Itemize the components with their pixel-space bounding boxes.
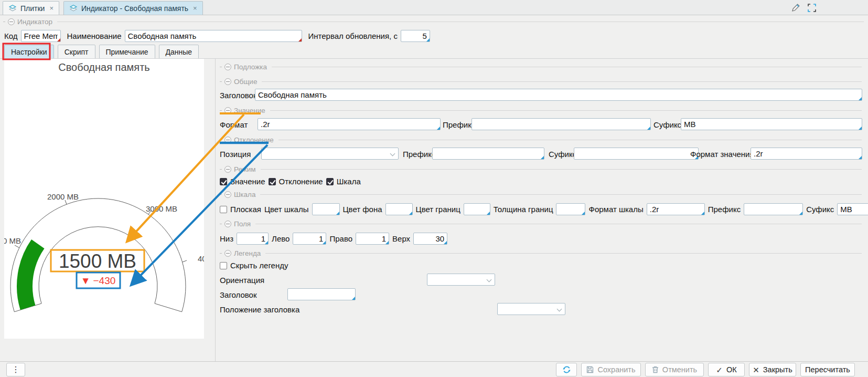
scale-prefix-input[interactable]	[744, 204, 802, 215]
collapse-icon[interactable]	[224, 64, 231, 70]
value-suffix-label: Суфикс	[653, 120, 681, 129]
scale-border-input[interactable]	[464, 204, 490, 215]
scale-color-input[interactable]	[313, 204, 339, 215]
scale-flat-checkbox[interactable]	[220, 206, 227, 213]
cancel-label: Отменить	[662, 365, 697, 374]
more-menu-button[interactable]: ⋮	[6, 363, 25, 376]
margin-left-input[interactable]	[293, 233, 326, 244]
scale-suffix-label: Суфикс	[806, 205, 834, 214]
recalculate-label: Пересчитать	[805, 365, 850, 374]
recalculate-button[interactable]: Пересчитать	[800, 363, 855, 376]
footer-bar: ⋮ Сохранить	[0, 361, 868, 377]
collapse-icon[interactable]	[224, 250, 231, 257]
scale-color-label: Цвет шкалы	[264, 205, 309, 214]
margin-top-input[interactable]	[414, 233, 447, 244]
deviation-value: −430	[93, 275, 116, 286]
mdi-tab-tiles[interactable]: Плитки ×	[3, 1, 59, 15]
scale-row: Плоская Цвет шкалы Цвет фона Цвет границ…	[220, 203, 868, 215]
refresh-icon	[562, 365, 571, 374]
close-icon[interactable]: ×	[193, 4, 197, 12]
collapse-icon[interactable]	[224, 191, 231, 198]
value-format-input[interactable]	[258, 119, 440, 130]
scale-border-width-label: Толщина границ	[494, 205, 553, 214]
refresh-button[interactable]	[556, 363, 577, 376]
collapse-icon[interactable]	[224, 166, 231, 173]
tab-script[interactable]: Скрипт	[58, 45, 95, 59]
tick-label-4000: 4000 MB	[198, 254, 204, 263]
legend-hide-label: Скрыть легенду	[230, 261, 288, 270]
margin-bottom-input[interactable]	[237, 233, 268, 244]
checkbox-label: Значение	[230, 177, 265, 186]
legend-header-input[interactable]	[288, 289, 355, 300]
legend-hide-row: Скрыть легенду	[220, 261, 288, 270]
section-title: Подложка	[234, 63, 267, 71]
collapse-icon[interactable]	[224, 137, 231, 143]
tab-settings[interactable]: Настройки	[4, 45, 54, 59]
margin-top-label: Верх	[392, 234, 410, 243]
mode-scale-checkbox[interactable]	[326, 178, 334, 185]
interval-input[interactable]	[401, 30, 430, 41]
deviation-format-input[interactable]	[751, 148, 862, 159]
section-value: Значение	[220, 107, 862, 114]
name-input[interactable]	[125, 30, 302, 41]
save-label: Сохранить	[597, 365, 635, 374]
tab-data[interactable]: Данные	[159, 45, 199, 59]
group-title: Индикатор	[17, 18, 52, 26]
deviation-prefix-label: Префикс	[403, 150, 435, 159]
collapse-icon[interactable]	[224, 107, 231, 114]
close-icon[interactable]: ×	[49, 4, 53, 12]
close-label: Закрыть	[763, 365, 792, 374]
scale-border-label: Цвет границ	[416, 205, 460, 214]
tab-label: Данные	[166, 48, 192, 56]
legend-orientation-select[interactable]	[427, 274, 495, 286]
margin-right-label: Право	[329, 234, 352, 243]
margin-top-wrap	[413, 233, 447, 245]
gauge-chart: 1000 MB 2000 MB 3000 MB 4000 MB 1500 MB …	[4, 59, 204, 339]
tab-label: Настройки	[11, 48, 47, 56]
edit-button[interactable]	[789, 2, 802, 14]
collapse-icon[interactable]	[224, 221, 231, 227]
gauge-value-text: 1500 MB	[59, 250, 136, 272]
scale-format-input[interactable]	[647, 204, 704, 215]
mode-value-checkbox[interactable]	[220, 178, 227, 185]
chevron-down-icon	[390, 151, 395, 156]
deviation-suffix-input[interactable]	[574, 148, 698, 159]
fullscreen-button[interactable]	[806, 2, 818, 14]
pencil-icon	[790, 3, 801, 13]
collapse-icon[interactable]	[8, 18, 15, 25]
code-input[interactable]	[22, 30, 60, 41]
footer-actions: Сохранить Отменить ✓ ОК ✕ Закрыть	[556, 363, 855, 376]
deviation-position-select[interactable]	[261, 148, 399, 160]
scale-suffix-input[interactable]	[838, 204, 868, 215]
scale-bg-input[interactable]	[386, 204, 412, 215]
value-prefix-wrap	[471, 118, 651, 130]
value-prefix-label: Префикс	[443, 120, 475, 129]
scale-border-width-input[interactable]	[556, 204, 585, 215]
collapse-icon[interactable]	[224, 78, 231, 85]
value-prefix-input[interactable]	[472, 119, 650, 130]
ok-button[interactable]: ✓ ОК	[708, 363, 745, 376]
save-button[interactable]: Сохранить	[581, 363, 641, 376]
cancel-button[interactable]: Отменить	[645, 363, 704, 376]
close-button[interactable]: ✕ Закрыть	[749, 363, 796, 376]
tab-label: Скрипт	[65, 48, 89, 56]
mdi-tab-bar: Плитки × Индикатор - Свободная память ×	[0, 0, 868, 15]
header-input[interactable]	[255, 89, 862, 100]
mdi-tab-indicator[interactable]: Индикатор - Свободная память ×	[63, 1, 203, 15]
deviation-prefix-input[interactable]	[433, 148, 544, 159]
legend-header-wrap	[287, 288, 356, 300]
checkbox-label: Отклонение	[279, 177, 323, 186]
margin-right-input[interactable]	[356, 233, 389, 244]
name-label: Наименование	[67, 32, 122, 40]
section-backdrop: Подложка	[220, 63, 862, 71]
legend-position-select[interactable]	[497, 303, 565, 315]
mode-deviation-checkbox[interactable]	[269, 178, 276, 185]
tab-note[interactable]: Примечание	[99, 45, 155, 59]
scale-format-label: Формат шкалы	[588, 205, 643, 214]
value-format-wrap	[258, 118, 441, 130]
legend-hide-checkbox[interactable]	[220, 262, 227, 269]
value-suffix-input[interactable]	[681, 119, 862, 130]
deviation-format-wrap	[751, 148, 862, 160]
mode-checkbox-row: Значение Отклонение Шкала	[220, 177, 361, 186]
settings-panel: Подложка Общие Заголовок Значение Формат…	[215, 59, 868, 361]
